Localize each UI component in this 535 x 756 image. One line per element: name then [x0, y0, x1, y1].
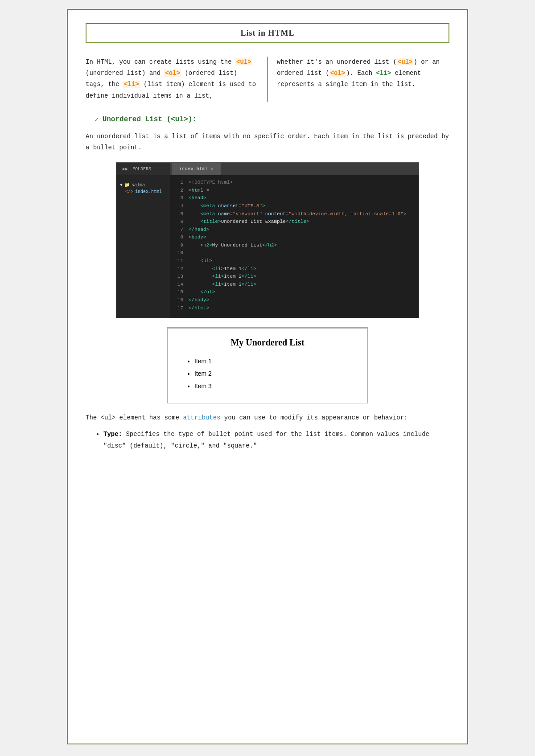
unordered-description: An unordered list is a list of items wit…	[86, 131, 449, 153]
title-box: List in HTML	[86, 23, 449, 43]
code-line-11: 11 <ul>	[170, 257, 419, 265]
li-tag-left: <li>	[123, 81, 140, 88]
ol-tag-right: <ol>	[329, 70, 346, 77]
intro-columns: In HTML, you can create lists using the …	[86, 57, 449, 102]
nav-left-icon[interactable]: ◀	[122, 166, 124, 172]
editor-titlebar: ◀ ▶ FOLDERS index.html ✕	[116, 163, 419, 175]
folder-salma[interactable]: ▼ 📁 salma	[118, 181, 168, 189]
attributes-list: Type: Specifies the type of bullet point…	[86, 429, 449, 451]
editor-file-panel: ▼ 📁 salma </> index.html	[116, 175, 170, 318]
code-line-16: 16 </body>	[170, 296, 419, 304]
tab-close-icon[interactable]: ✕	[211, 166, 214, 172]
folder-arrow-icon: ▼	[120, 183, 123, 188]
code-line-2: 2 <html >	[170, 187, 419, 195]
file-index-html[interactable]: </> index.html	[118, 189, 168, 195]
attributes-link[interactable]: attributes	[183, 414, 220, 421]
attr-type-desc: Specifies the type of bullet point used …	[103, 431, 429, 449]
tab-filename: index.html	[179, 166, 208, 172]
ul-tag-right: <ul>	[397, 58, 414, 66]
list-item-3: Item 3	[194, 380, 354, 392]
unordered-heading-text: Unordered List (<ul>):	[103, 115, 197, 123]
code-line-12: 12 <li>Item 1</li>	[170, 265, 419, 273]
folders-label: FOLDERS	[132, 167, 151, 172]
code-line-7: 7 </head>	[170, 226, 419, 234]
list-item-1: Item 1	[194, 355, 354, 367]
code-line-3: 3 <head>	[170, 194, 419, 202]
unordered-section-heading: ✓ Unordered List (<ul>):	[95, 115, 449, 124]
attr-type-item: Type: Specifies the type of bullet point…	[103, 429, 449, 451]
file-tag-icon: </>	[125, 189, 133, 194]
code-line-5: 5 <meta name="viewport" content="width=d…	[170, 210, 419, 218]
code-line-4: 4 <meta charset="UTF-8">	[170, 202, 419, 210]
editor-code-area: 1 <!DOCTYPE html> 2 <html > 3 <head> 4 <…	[170, 175, 419, 318]
folder-icon: 📁	[124, 182, 130, 188]
page-container: List in HTML In HTML, you can create lis…	[67, 9, 468, 744]
editor-sidebar-top: ◀ ▶ FOLDERS	[116, 163, 170, 175]
intro-right: whether it's an unordered list (<ul>) or…	[268, 57, 449, 102]
attributes-section: The <ul> element has some attributes you…	[86, 412, 449, 452]
code-editor: ◀ ▶ FOLDERS index.html ✕ ▼ 📁 salma	[116, 162, 419, 318]
attributes-intro: The <ul> element has some attributes you…	[86, 412, 449, 423]
editor-tabs-area: index.html ✕	[170, 163, 419, 175]
intro-left: In HTML, you can create lists using the …	[86, 57, 268, 102]
nav-right-icon[interactable]: ▶	[125, 166, 128, 172]
nav-arrows[interactable]: ◀ ▶	[120, 166, 130, 172]
code-line-15: 15 </ul>	[170, 288, 419, 296]
editor-tab-index[interactable]: index.html ✕	[172, 163, 221, 175]
ul-tag-left: <ul>	[235, 58, 252, 66]
code-line-8: 8 <body>	[170, 234, 419, 242]
code-line-6: 6 <title>Unordered List Example</title>	[170, 218, 419, 226]
attr-type-name: Type:	[103, 431, 122, 438]
output-title: My Unordered List	[181, 337, 354, 348]
code-line-13: 13 <li>Item 2</li>	[170, 273, 419, 281]
li-tag-right: <li>	[376, 70, 391, 77]
ol-tag-left: <ol>	[164, 70, 181, 77]
output-list: Item 1 Item 2 Item 3	[181, 355, 354, 392]
output-preview: My Unordered List Item 1 Item 2 Item 3	[167, 327, 368, 403]
code-line-1: 1 <!DOCTYPE html>	[170, 179, 419, 187]
code-line-10: 10	[170, 249, 419, 257]
code-line-9: 9 <h2>My Unordered List</h2>	[170, 242, 419, 250]
checkmark-icon: ✓	[95, 115, 99, 124]
editor-body: ▼ 📁 salma </> index.html 1 <!DOCTYPE htm…	[116, 175, 419, 318]
page-title: List in HTML	[240, 29, 294, 37]
code-line-14: 14 <li>Item 3</li>	[170, 281, 419, 289]
list-item-2: Item 2	[194, 367, 354, 380]
code-line-17: 17 </html>	[170, 304, 419, 312]
